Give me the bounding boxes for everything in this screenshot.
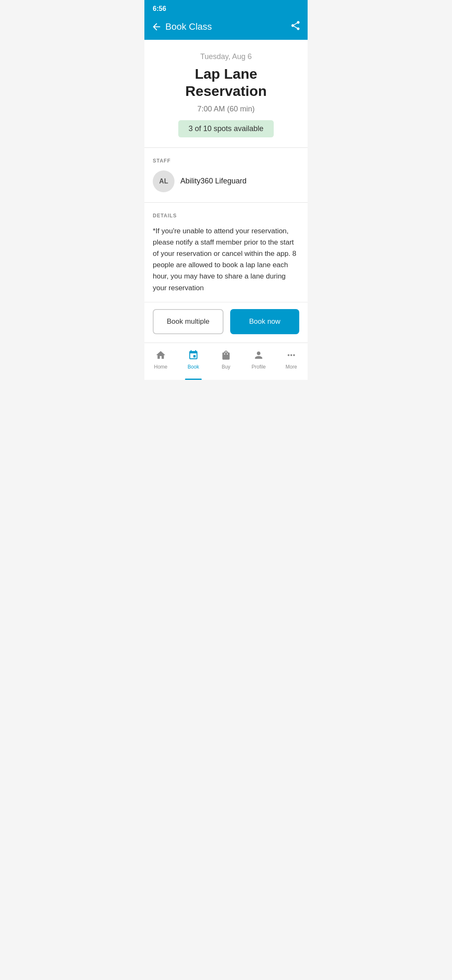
details-section: DETAILS *If you're unable to attend your… [144,204,308,302]
class-title: Lap Lane Reservation [153,65,299,100]
action-area: Book multiple Book now [144,302,308,343]
buy-icon [221,350,231,362]
class-header: Tuesday, Aug 6 Lap Lane Reservation 7:00… [144,40,308,146]
nav-label-book: Book [187,364,199,370]
book-icon [188,350,199,362]
class-time: 7:00 AM (60 min) [153,105,299,113]
nav-label-buy: Buy [222,364,231,370]
spots-badge: 3 of 10 spots available [178,120,273,137]
back-icon [151,21,162,32]
more-icon [286,350,297,362]
profile-icon [253,350,264,362]
divider-1 [144,147,308,148]
details-text: *If you're unable to attend your reserva… [153,225,299,294]
nav-item-profile[interactable]: Profile [242,346,275,373]
book-now-button[interactable]: Book now [230,309,299,334]
staff-name: Ability360 Lifeguard [180,177,247,186]
nav-item-buy[interactable]: Buy [210,346,242,373]
app-bar-left: Book Class [151,21,212,32]
nav-item-book[interactable]: Book [177,346,210,373]
nav-label-more: More [285,364,297,370]
home-icon [155,350,166,362]
share-icon [290,20,301,31]
nav-item-home[interactable]: Home [144,346,177,373]
app-bar: Book Class [144,16,308,40]
class-date: Tuesday, Aug 6 [153,52,299,61]
share-button[interactable] [290,20,301,33]
staff-item: AL Ability360 Lifeguard [153,170,299,192]
app-bar-title: Book Class [165,21,212,32]
bottom-nav: Home Book Buy Profile [144,343,308,380]
staff-avatar: AL [153,170,175,192]
back-button[interactable] [151,21,162,32]
staff-section-label: STAFF [153,158,299,164]
staff-section: STAFF AL Ability360 Lifeguard [144,150,308,201]
nav-label-profile: Profile [252,364,266,370]
status-bar: 6:56 [144,0,308,16]
nav-item-more[interactable]: More [275,346,308,373]
status-time: 6:56 [153,5,166,12]
nav-active-indicator [185,379,202,380]
details-section-label: DETAILS [153,213,299,219]
divider-2 [144,202,308,203]
nav-label-home: Home [154,364,167,370]
main-content: Tuesday, Aug 6 Lap Lane Reservation 7:00… [144,40,308,302]
book-multiple-button[interactable]: Book multiple [153,309,223,334]
